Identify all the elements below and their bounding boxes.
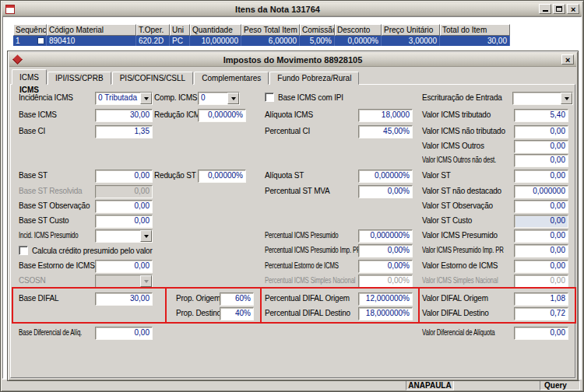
incid-icms-presumido-label: Incid. ICMS Presumido xyxy=(19,231,78,240)
column-header-uni[interactable]: Uni xyxy=(170,24,190,36)
csosn-select xyxy=(95,275,153,288)
valor-st-nao-destacado-input[interactable]: 0,000000 xyxy=(514,185,568,198)
valor-icms-tributado-label: Valor ICMS tributado xyxy=(422,110,491,120)
base-st-custo-input[interactable]: 0,00 xyxy=(95,215,153,228)
column-header-desconto[interactable]: Desconto xyxy=(335,24,382,36)
valor-diferencial-aliquota-label: Valor Diferencial de Alíquota xyxy=(422,328,494,338)
incid-icms-presumido-select[interactable] xyxy=(95,229,153,243)
valor-icms-outros-input[interactable]: 0,00 xyxy=(514,140,568,153)
chevron-down-icon[interactable] xyxy=(140,93,152,104)
base-st-resolvida-label: Base ST Resolvida xyxy=(19,187,82,196)
base-icms-input[interactable]: 30,00 xyxy=(95,109,153,122)
column-header-preco-unitario[interactable]: Preço Unitário xyxy=(382,24,440,36)
valor-icms-simples-input: 0,00 xyxy=(514,275,568,288)
chevron-down-icon[interactable] xyxy=(140,230,152,242)
valor-difal-origem-input[interactable]: 1,08 xyxy=(514,292,568,306)
base-diferencial-aliq-input[interactable]: 0,00 xyxy=(95,327,153,340)
base-ci-input[interactable]: 1,35 xyxy=(95,125,153,138)
valor-st-observacao-input[interactable]: 0,00 xyxy=(514,200,568,213)
aliquota-icms-input[interactable]: 18,0000 xyxy=(358,109,413,122)
annotation-divider xyxy=(260,289,262,322)
base-st-resolvida-input: 0,00 xyxy=(95,185,153,198)
valor-st-custo-input[interactable]: 0,00 xyxy=(514,215,568,228)
percentual-difal-origem-input[interactable]: 12,000000% xyxy=(358,292,413,306)
valor-icms-outros-nao-dest-label: Valor ICMS Outros não dest. xyxy=(422,156,496,165)
percentual-icms-presumido-input[interactable]: 0,000000% xyxy=(358,229,413,243)
chevron-down-icon[interactable] xyxy=(227,93,239,104)
column-header-comissao[interactable]: Comissão xyxy=(300,24,335,36)
chevron-down-icon[interactable] xyxy=(561,93,572,104)
base-st-input[interactable]: 0,00 xyxy=(95,170,153,183)
percentual-ci-input[interactable]: 45,00% xyxy=(358,125,413,138)
percentual-icms-presumido-imp-pr-input[interactable]: 0,00% xyxy=(358,244,413,257)
statusbar-user: ANAPAULA xyxy=(406,380,454,390)
incidencia-icms-select[interactable]: 0 Tributada xyxy=(95,92,153,105)
row-checkbox[interactable] xyxy=(37,37,44,44)
percentual-estorno-icms-input[interactable]: 0,00% xyxy=(358,260,413,273)
reducao-icms-input[interactable]: 0,00000% xyxy=(198,109,246,122)
csosn-label: CSOSN xyxy=(19,276,46,285)
calcula-credito-presumido-checkbox[interactable] xyxy=(19,246,28,255)
valor-difal-destino-label: Valor DIFAL Destino xyxy=(422,309,489,318)
minimize-icon xyxy=(543,10,548,12)
valor-icms-presumido-input[interactable]: 0,00 xyxy=(514,229,568,243)
valor-estorno-icms-label: Valor Estorno de ICMS xyxy=(422,261,498,271)
valor-icms-nao-tributado-input[interactable]: 0,00 xyxy=(514,125,568,138)
cell-quantidade: 10,000000 xyxy=(190,36,241,46)
valor-icms-nao-tributado-label: Valor ICMS não tributado xyxy=(422,127,505,136)
valor-diferencial-aliquota-input[interactable]: 0,00 xyxy=(514,327,568,340)
cell-desconto: 0,0000% xyxy=(335,36,382,46)
valor-icms-outros-nao-dest-input[interactable]: 0,00 xyxy=(514,154,568,167)
prop-origem-input[interactable]: 60% xyxy=(220,292,254,306)
minimize-button[interactable] xyxy=(539,4,551,14)
column-header-total-item[interactable]: Total do Item xyxy=(440,24,510,36)
base-difal-label: Base DIFAL xyxy=(19,294,58,303)
percentual-st-mva-input[interactable]: 0,00% xyxy=(358,185,413,198)
annotation-divider xyxy=(165,289,167,322)
cell-t-oper: 620.2D xyxy=(136,36,170,46)
percentual-difal-destino-input[interactable]: 18,000000% xyxy=(358,307,413,320)
percentual-difal-origem-label: Percentual DIFAL Origem xyxy=(265,294,350,303)
maximize-button[interactable] xyxy=(553,4,565,14)
column-header-peso-total[interactable]: Peso Total Item xyxy=(241,24,300,36)
valor-icms-presumido-imp-pr-input[interactable]: 0,00 xyxy=(514,244,568,257)
base-difal-input[interactable]: 30,00 xyxy=(95,292,153,306)
base-ci-label: Base CI xyxy=(19,127,45,136)
incidencia-icms-label: Incidência ICMS xyxy=(19,93,73,103)
icms-form: ICMS Incidência ICMS 0 Tributada Comp. I… xyxy=(8,51,578,380)
column-header-sequencia[interactable]: Sequência xyxy=(13,24,47,36)
base-st-observacao-input[interactable]: 0,00 xyxy=(95,200,153,213)
close-icon: × xyxy=(571,5,575,13)
aliquota-st-input[interactable]: 0,00000% xyxy=(358,170,413,183)
items-window-titlebar[interactable]: Itens da Nota 131764 × xyxy=(2,2,582,16)
comp-icms-select[interactable]: 0 xyxy=(198,92,240,105)
aliquota-icms-label: Alíquota ICMS xyxy=(265,110,313,120)
prop-destino-label: Prop. Destino xyxy=(176,309,221,318)
valor-difal-destino-input[interactable]: 0,72 xyxy=(514,307,568,320)
column-header-quantidade[interactable]: Quantidade xyxy=(190,24,241,36)
valor-icms-tributado-input[interactable]: 5,40 xyxy=(514,109,568,122)
calcula-credito-presumido-label: Calcula crédito presumido pelo valor xyxy=(32,247,153,256)
valor-st-observacao-label: Valor ST Observação xyxy=(422,201,493,211)
escrituracao-entrada-select[interactable] xyxy=(512,92,573,105)
cell-peso-total: 6,00000 xyxy=(241,36,300,46)
valor-estorno-icms-input[interactable]: 0,00 xyxy=(514,260,568,273)
items-window-title: Itens da Nota 131764 xyxy=(18,5,537,14)
base-diferencial-aliq-label: Base Diferencial de Alíq. xyxy=(19,328,82,338)
cell-total-item: 30,00 xyxy=(440,36,510,46)
column-header-codigo-material[interactable]: Código Material xyxy=(47,24,136,36)
valor-st-nao-destacado-label: Valor ST não destacado xyxy=(422,187,501,196)
valor-st-label: Valor ST xyxy=(422,171,451,180)
prop-destino-input[interactable]: 40% xyxy=(220,307,254,320)
annotation-divider xyxy=(418,289,420,322)
valor-icms-presumido-imp-pr-label: Valor ICMS Presumido Imp. PR xyxy=(422,246,504,255)
base-estorno-icms-input[interactable]: 0,00 xyxy=(95,260,153,273)
table-row[interactable]: 1 890410 620.2D PC 10,000000 6,00000 5,0… xyxy=(13,36,510,46)
column-header-t-oper[interactable]: T.Oper. xyxy=(136,24,170,36)
reducao-st-input[interactable]: 0,00000% xyxy=(198,170,246,183)
close-button[interactable]: × xyxy=(567,4,579,14)
valor-icms-simples-label: Valor ICMS Simples Nacional xyxy=(422,276,498,285)
base-icms-com-ipi-checkbox[interactable] xyxy=(265,93,274,102)
comp-icms-label: Comp. ICMS xyxy=(154,93,197,103)
valor-st-input[interactable]: 0,00 xyxy=(514,170,568,183)
